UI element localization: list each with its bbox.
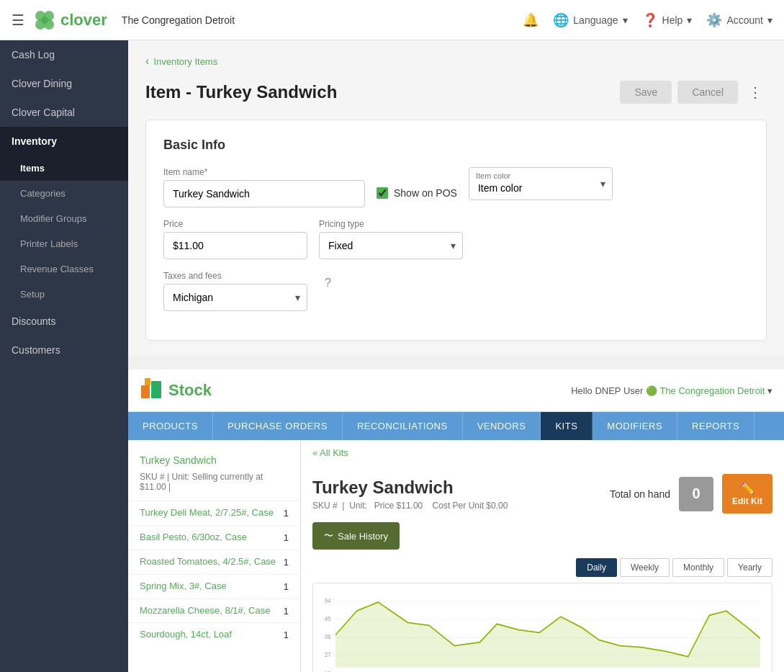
online-indicator: 🟢 — [646, 385, 659, 396]
item-color-label: Item color — [476, 171, 510, 180]
sidebar-item-setup[interactable]: Setup — [0, 282, 128, 307]
store-name[interactable]: The Congregation Detroit — [659, 385, 765, 396]
help-icon[interactable]: ? — [319, 271, 337, 295]
stock-nav: PRODUCTS PURCHASE ORDERS RECONCILIATIONS… — [128, 412, 784, 440]
kit-item-count: 1 — [284, 532, 289, 543]
taxes-fees-label: Taxes and fees — [163, 271, 307, 281]
sidebar-item-revenueclasses[interactable]: Revenue Classes — [0, 256, 128, 282]
chart-btn-monthly[interactable]: Monthly — [672, 558, 724, 577]
kit-item-name[interactable]: Basil Pesto, 6/30oz, Case — [140, 532, 284, 544]
pricing-type-label: Pricing type — [319, 219, 463, 229]
svg-text:36: 36 — [325, 633, 331, 641]
sidebar-item-items[interactable]: Items — [0, 156, 128, 181]
item-editor: ‹ Inventory Items Item - Turkey Sandwich… — [128, 40, 784, 355]
stock-left-title[interactable]: Turkey Sandwich — [128, 449, 300, 472]
taxes-fees-select[interactable]: Michigan — [163, 284, 307, 311]
sidebar-item-cashlog[interactable]: Cash Log — [0, 40, 128, 69]
stock-right-content: « All Kits Turkey Sandwich SKU # | Unit:… — [301, 440, 784, 672]
sale-history-button[interactable]: 〜 Sale History — [312, 522, 400, 550]
stock-nav-reports[interactable]: REPORTS — [677, 412, 754, 440]
kit-item-name[interactable]: Roasted Tomatoes, 4/2.5#, Case — [140, 556, 284, 568]
chart-btn-weekly[interactable]: Weekly — [620, 558, 670, 577]
kit-list-item: Roasted Tomatoes, 4/2.5#, Case1 — [128, 550, 300, 574]
sidebar-item-cloverdining[interactable]: Clover Dining — [0, 69, 128, 98]
stock-nav-vendors[interactable]: VENDORS — [463, 412, 541, 440]
store-chevron: ▾ — [767, 385, 772, 396]
price-input[interactable] — [163, 232, 307, 259]
kit-item-name[interactable]: Spring Mix, 3#, Case — [140, 581, 284, 593]
help-menu[interactable]: ❓ Help ▾ — [642, 12, 693, 28]
stock-item-meta: SKU # | Unit: Price $11.00 Cost Per Unit… — [312, 501, 508, 511]
stock-logo-icon — [140, 377, 163, 404]
stock-nav-modifiers[interactable]: MODIFIERS — [592, 412, 677, 440]
language-selector[interactable]: 🌐 Language ▾ — [553, 12, 627, 28]
sidebar-item-modifiergroups[interactable]: Modifier Groups — [0, 206, 128, 231]
breadcrumb[interactable]: ‹ Inventory Items — [145, 55, 767, 68]
save-button[interactable]: Save — [620, 81, 672, 104]
stock-left-meta: SKU # | Unit: Selling currently at $11.0… — [128, 472, 300, 501]
top-navigation: ☰ clover The Congregation Detroit 🔔 🌐 La… — [0, 0, 784, 40]
form-card-title: Basic Info — [163, 138, 749, 153]
main-content: ‹ Inventory Items Item - Turkey Sandwich… — [128, 40, 784, 672]
stock-nav-reconciliations[interactable]: RECONCILIATIONS — [343, 412, 463, 440]
svg-rect-7 — [145, 378, 150, 385]
gear-icon: ⚙️ — [706, 12, 722, 28]
edit-kit-button[interactable]: ✏️ Edit Kit — [722, 474, 772, 514]
kit-item-name[interactable]: Turkey Deli Meat, 2/7.25#, Case — [140, 507, 284, 519]
kit-list-item: Turkey Deli Meat, 2/7.25#, Case1 — [128, 501, 300, 525]
account-menu[interactable]: ⚙️ Account ▾ — [706, 12, 772, 28]
notification-bell[interactable]: 🔔 — [523, 12, 539, 28]
account-chevron: ▾ — [767, 14, 772, 26]
stock-breadcrumb[interactable]: « All Kits — [312, 440, 772, 465]
sidebar-item-inventory[interactable]: Inventory — [0, 127, 128, 156]
kit-item-count: 1 — [284, 630, 289, 640]
pricing-type-select[interactable]: Fixed — [319, 232, 463, 259]
taxes-fees-group: Taxes and fees Michigan — [163, 271, 307, 311]
kit-item-count: 1 — [284, 581, 289, 592]
cancel-button[interactable]: Cancel — [677, 81, 738, 104]
chart-btn-yearly[interactable]: Yearly — [727, 558, 772, 577]
breadcrumb-label: Inventory Items — [153, 56, 217, 67]
sidebar-item-customers[interactable]: Customers — [0, 336, 128, 364]
price-meta: Price $11.00 — [374, 501, 423, 511]
logo: clover — [33, 9, 107, 32]
language-label: Language — [573, 14, 618, 26]
kit-list-item: Sourdough, 14ct, Loaf1 — [128, 622, 300, 647]
stock-layout: Turkey Sandwich SKU # | Unit: Selling cu… — [128, 440, 784, 672]
chart-btn-daily[interactable]: Daily — [576, 558, 617, 577]
svg-text:54: 54 — [325, 596, 331, 604]
item-name-label: Item name* — [163, 167, 365, 177]
edit-kit-label: Edit Kit — [732, 496, 762, 506]
sales-chart: 54 45 36 27 18 — [325, 595, 760, 672]
sidebar: Cash Log Clover Dining Clover Capital In… — [0, 40, 128, 672]
total-on-hand-value: 0 — [679, 477, 713, 511]
breadcrumb-arrow: ‹ — [145, 55, 149, 68]
stock-logo: Stock — [140, 377, 212, 404]
kit-item-count: 1 — [284, 508, 289, 519]
hamburger-menu[interactable]: ☰ — [12, 12, 24, 29]
kit-item-name[interactable]: Sourdough, 14ct, Loaf — [140, 629, 284, 641]
unit-label: | Unit: — [340, 501, 371, 511]
basic-info-card: Basic Info Item name* Show on POS Item c… — [145, 120, 767, 341]
stock-item-info: Turkey Sandwich SKU # | Unit: Price $11.… — [312, 478, 508, 511]
stock-nav-products[interactable]: PRODUCTS — [128, 412, 213, 440]
stock-nav-kits[interactable]: KITS — [541, 412, 592, 440]
sidebar-item-discounts[interactable]: Discounts — [0, 307, 128, 336]
sidebar-item-categories[interactable]: Categories — [0, 181, 128, 206]
show-on-pos-checkbox[interactable] — [377, 187, 388, 199]
more-options-button[interactable]: ⋮ — [744, 79, 767, 105]
nav-actions: 🔔 🌐 Language ▾ ❓ Help ▾ ⚙️ Account ▾ — [523, 12, 772, 28]
sidebar-item-clovercapital[interactable]: Clover Capital — [0, 98, 128, 127]
item-name-group: Item name* — [163, 167, 365, 207]
form-row-1: Item name* Show on POS Item color Item c… — [163, 167, 749, 207]
kit-list-item: Mozzarella Cheese, 8/1#, Case1 — [128, 599, 300, 623]
kit-item-name[interactable]: Mozzarella Cheese, 8/1#, Case — [140, 605, 284, 617]
sidebar-item-printerlabels[interactable]: Printer Labels — [0, 231, 128, 256]
stock-logo-text: Stock — [168, 381, 212, 400]
chart-container: 54 45 36 27 18 — [312, 583, 772, 672]
show-on-pos-group: Show on POS — [377, 167, 457, 199]
cost-meta: Cost Per Unit $0.00 — [425, 501, 508, 511]
item-name-input[interactable] — [163, 180, 365, 207]
page-title: Item - Turkey Sandwich — [145, 82, 337, 102]
stock-nav-purchase-orders[interactable]: PURCHASE ORDERS — [213, 412, 343, 440]
